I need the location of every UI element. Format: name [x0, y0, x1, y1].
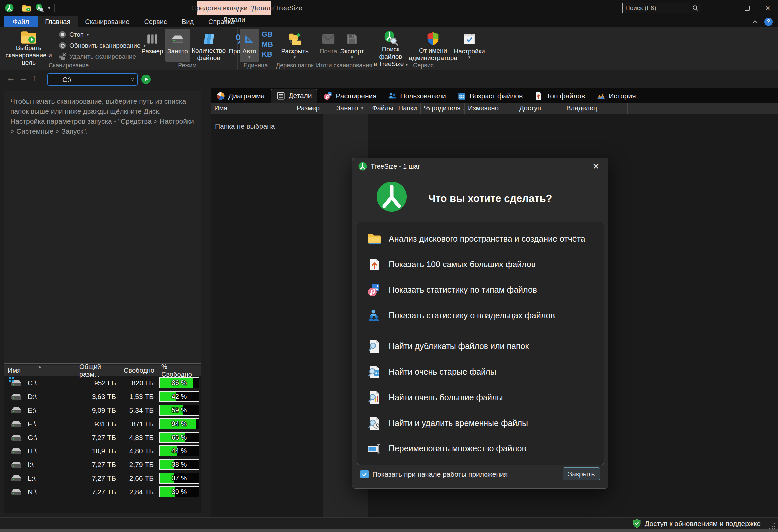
action-find-large-files[interactable]: Найти очень большие файлы — [358, 385, 604, 410]
drive-row[interactable]: D:\ 3,63 ТБ 1,53 ТБ 42 % — [4, 390, 201, 403]
column-header-pct-parent[interactable]: % родителя ... — [420, 103, 465, 114]
free-space-bar: 37 % — [159, 473, 199, 484]
unit-mb-button[interactable]: MB — [261, 40, 273, 49]
action-analyze-disk[interactable]: Анализ дискового пространства и создание… — [358, 226, 604, 251]
column-header-size[interactable]: Размер — [281, 103, 323, 114]
column-header-total[interactable]: Общий разм... — [76, 365, 121, 376]
mode-size-button[interactable]: Размер — [139, 28, 165, 62]
unit-gb-button[interactable]: GB — [261, 30, 273, 39]
divider — [18, 4, 18, 12]
column-header-free[interactable]: Свободно — [121, 365, 158, 376]
chevron-down-icon[interactable]: ˅ — [131, 77, 134, 82]
run-as-admin-button[interactable]: От имениадминистратора — [412, 28, 454, 62]
action-owner-stats[interactable]: Показать статистику о владельцах файлов — [358, 303, 604, 328]
column-header-pct-free[interactable]: % Свободно — [158, 365, 200, 376]
qat-customize-icon[interactable]: ▾ — [48, 6, 50, 10]
path-value: C:\ — [48, 76, 71, 83]
tab-scan[interactable]: Сканирование — [78, 16, 137, 27]
dialog-close-button[interactable]: Закрыть — [563, 467, 600, 480]
updates-support-link[interactable]: Доступ к обновлениям и поддержке — [644, 520, 761, 528]
options-button[interactable]: Настройки ▾ — [454, 28, 485, 62]
minimize-button[interactable] — [716, 0, 737, 16]
details-table-header: Имя Размер Занято▼ Файлы Папки % родител… — [211, 103, 778, 114]
treesize-logo-icon — [376, 181, 407, 212]
expand-folders-icon — [288, 30, 302, 48]
dialog-action-list: Анализ дискового пространства и создание… — [357, 222, 604, 465]
tab-details-contextual[interactable]: Детали — [197, 16, 270, 24]
close-button[interactable]: ✕ — [757, 0, 778, 16]
unit-kb-button[interactable]: KB — [261, 50, 273, 59]
expand-button[interactable]: Раскрыть ▾ — [278, 28, 312, 62]
action-top100-files[interactable]: Показать 100 самых больших файлов — [358, 251, 604, 277]
view-tab-top-files[interactable]: Топ файлов — [529, 89, 590, 103]
tab-home[interactable]: Главная — [37, 16, 78, 27]
column-header-access[interactable]: Доступ — [516, 103, 563, 114]
stop-button[interactable]: Стоп▾ — [59, 30, 146, 38]
view-tab-details[interactable]: Детали — [271, 88, 317, 103]
drive-row[interactable]: L:\ 7,27 ТБ 2,66 ТБ 37 % — [4, 471, 201, 485]
refresh-scan-button[interactable]: Обновить сканирование▾ — [59, 42, 146, 49]
dialog-close-icon[interactable]: ✕ — [590, 160, 602, 172]
mode-allocated-button[interactable]: Занято — [165, 28, 190, 62]
tab-file[interactable]: Файл — [4, 16, 37, 27]
back-icon[interactable]: ← — [6, 73, 15, 83]
view-tab-users[interactable]: Пользователи — [383, 89, 451, 103]
delete-scan-button[interactable]: Удалить сканирование — [59, 53, 146, 60]
search-input[interactable] — [623, 4, 693, 12]
system-drive-icon — [10, 379, 22, 387]
drive-row[interactable]: H:\ 10,9 ТБ 4,80 ТБ 44 % — [4, 444, 201, 458]
action-batch-rename[interactable]: Переименовать множество файлов — [358, 436, 604, 461]
drive-row[interactable]: N:\ 7,27 ТБ 2,84 ТБ 39 % — [4, 485, 201, 499]
view-tab-extensions[interactable]: Расширения — [318, 89, 381, 103]
view-tab-chart[interactable]: Диаграмма — [211, 89, 269, 103]
action-file-type-stats[interactable]: Показать статистику по типам файлов — [358, 277, 604, 303]
mode-file-count-button[interactable]: Количество файлов — [190, 28, 227, 62]
action-find-duplicates[interactable]: Найти дубликаты файлов или папок — [358, 333, 604, 359]
column-header-folders[interactable]: Папки — [397, 103, 420, 114]
drive-row[interactable]: F:\ 931 ГБ 871 ГБ 94 % — [4, 417, 201, 431]
up-icon[interactable]: ↑ — [32, 73, 36, 83]
group-label-scan: Сканирование — [0, 62, 137, 69]
action-find-old-files[interactable]: Найти очень старые файлы — [358, 359, 604, 385]
export-save-icon — [346, 30, 358, 48]
qat-select-scan-icon[interactable] — [22, 4, 31, 13]
ribbon-group-service: Поиск файловв TreeSize ▾ От имениадминис… — [367, 27, 480, 70]
action-delete-temp-files[interactable]: Найти и удалить временные файлы — [358, 410, 604, 436]
app-logo-icon[interactable] — [5, 4, 14, 13]
drive-row[interactable]: G:\ 7,27 ТБ 4,83 ТБ 66 % — [4, 431, 201, 444]
search-icon[interactable] — [693, 5, 698, 11]
drive-row[interactable]: I:\ 7,27 ТБ 2,79 ТБ 38 % — [4, 458, 201, 471]
drive-row[interactable]: E:\ 9,09 ТБ 5,34 ТБ 59 % — [4, 403, 201, 417]
dialog-title: TreeSize - 1 шаг — [371, 163, 420, 170]
free-space-bar: 66 % — [159, 432, 199, 443]
forward-icon[interactable]: → — [19, 73, 28, 83]
tab-service[interactable]: Сервис — [137, 16, 174, 27]
admin-shield-icon — [426, 30, 439, 47]
mail-button[interactable]: Почта — [318, 28, 339, 62]
unit-auto-button[interactable]: Авто ▾ — [240, 28, 259, 62]
path-combobox[interactable]: C:\ ˅ — [47, 73, 138, 85]
file-search-button[interactable]: Поиск файловв TreeSize ▾ — [369, 28, 412, 62]
treesize-window: ▾ Средства вкладки "Детали" TreeSize ✕ Ф… — [0, 0, 778, 532]
column-header-allocated[interactable]: Занято▼ — [323, 103, 368, 114]
view-tab-file-age[interactable]: Возраст файлов — [452, 89, 528, 103]
qat-file-search-icon[interactable] — [35, 4, 44, 13]
export-button[interactable]: Экспорт ▾ — [339, 28, 365, 62]
column-header-files[interactable]: Файлы — [368, 103, 397, 114]
ribbon-tab-row: Файл Главная Сканирование Сервис Вид Спр… — [0, 16, 778, 27]
select-scan-button[interactable]: Выбрать сканирование и цель — [2, 28, 55, 62]
column-header-owner[interactable]: Владелец — [563, 103, 628, 114]
column-header-modified[interactable]: Изменено — [465, 103, 516, 114]
drive-icon — [10, 420, 22, 428]
collapse-ribbon-icon[interactable] — [752, 20, 758, 23]
column-header-name[interactable]: Имя ▲ — [4, 365, 76, 376]
help-icon[interactable]: ? — [764, 18, 773, 26]
view-tab-history[interactable]: История — [591, 89, 640, 103]
start-scan-button[interactable] — [141, 74, 151, 84]
top-files-icon — [534, 92, 543, 101]
maximize-button[interactable] — [737, 0, 757, 16]
search-box[interactable] — [622, 3, 701, 13]
delete-scan-icon — [59, 53, 66, 60]
show-on-startup-checkbox[interactable] — [361, 470, 369, 478]
column-header-name[interactable]: Имя — [211, 103, 281, 114]
